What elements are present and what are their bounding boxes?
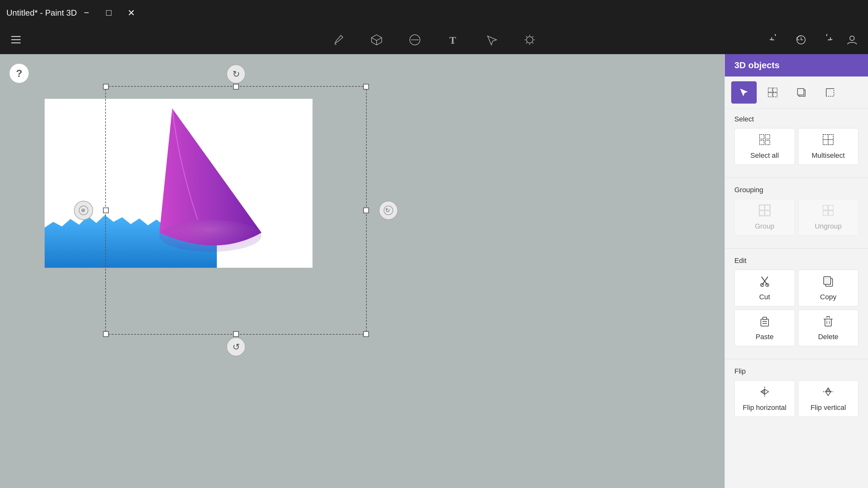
move-handle-left[interactable]: ⊕	[74, 201, 93, 220]
copy-icon	[822, 275, 835, 290]
svg-rect-24	[798, 89, 804, 95]
svg-rect-29	[765, 134, 770, 139]
svg-text:↻: ↻	[385, 207, 390, 214]
delete-button[interactable]: Delete	[798, 310, 859, 346]
svg-rect-19	[768, 88, 772, 92]
group-button[interactable]: Group	[734, 199, 795, 235]
text-tool[interactable]: T	[443, 30, 463, 50]
right-panel: 3D objects	[724, 54, 868, 488]
panel-crop-button[interactable]	[817, 81, 843, 104]
canvas-area[interactable]: ?	[0, 54, 724, 488]
flip-vertical-icon	[822, 385, 835, 401]
history-button[interactable]	[792, 30, 811, 50]
svg-rect-36	[765, 205, 770, 210]
copy-button[interactable]: Copy	[798, 270, 859, 306]
ungroup-label: Ungroup	[815, 222, 841, 230]
edit-section: Edit Cut	[725, 250, 868, 357]
group-icon	[758, 204, 771, 220]
3d-shapes-tool[interactable]	[367, 30, 386, 50]
titlebar-controls: − □ ✕	[77, 5, 141, 21]
handle-top-right[interactable]	[363, 84, 369, 90]
toolbar: T	[0, 26, 868, 54]
svg-rect-41	[829, 205, 833, 210]
panel-title: 3D objects	[734, 60, 780, 70]
handle-top-left[interactable]	[103, 84, 109, 90]
brushes-tool[interactable]	[329, 30, 348, 50]
svg-rect-30	[760, 140, 764, 145]
svg-rect-31	[765, 140, 770, 145]
svg-rect-22	[773, 93, 777, 97]
select-section: Select Select all	[725, 109, 868, 176]
multiselect-label: Multiselect	[811, 152, 845, 160]
handle-bottom-right[interactable]	[363, 331, 369, 337]
flip-horizontal-button[interactable]: Flip horizontal	[734, 380, 795, 417]
hamburger-line	[11, 42, 21, 43]
svg-rect-42	[823, 211, 828, 216]
maximize-button[interactable]: □	[99, 5, 118, 21]
minimize-button[interactable]: −	[77, 5, 96, 21]
svg-rect-50	[761, 319, 769, 326]
panel-header: 3D objects	[725, 54, 868, 76]
svg-rect-43	[829, 211, 833, 216]
titlebar: Untitled* - Paint 3D − □ ✕	[0, 0, 868, 26]
eraser-tool[interactable]	[405, 30, 425, 50]
move-handle-right[interactable]: ↻	[379, 201, 398, 220]
handle-top-center[interactable]	[233, 84, 239, 90]
handle-bottom-center[interactable]	[233, 331, 239, 337]
svg-rect-54	[825, 319, 831, 326]
panel-duplicate-button[interactable]	[788, 81, 814, 104]
paste-button[interactable]: Paste	[734, 310, 795, 346]
rotate-handle-bottom[interactable]: ↺	[226, 337, 246, 356]
handle-middle-right[interactable]	[363, 207, 369, 213]
svg-point-13	[850, 36, 854, 40]
select-actions: Select all Multiselect	[734, 128, 859, 165]
select-all-button[interactable]: Select all	[734, 128, 795, 165]
cut-icon	[758, 275, 771, 290]
grouping-section: Grouping Group	[725, 180, 868, 247]
svg-line-10	[532, 36, 533, 37]
edit-section-title: Edit	[734, 257, 859, 265]
copy-label: Copy	[820, 293, 836, 301]
svg-rect-38	[765, 211, 770, 216]
undo-button[interactable]	[766, 30, 785, 50]
redo-button[interactable]	[817, 30, 836, 50]
flip-vertical-button[interactable]: Flip vertical	[798, 380, 859, 417]
divider-2	[725, 248, 868, 249]
help-button[interactable]: ?	[9, 64, 29, 83]
svg-text:⊕: ⊕	[81, 207, 85, 213]
multiselect-button[interactable]: Multiselect	[798, 128, 859, 165]
panel-multiselect-button[interactable]	[760, 81, 785, 104]
flip-horizontal-icon	[758, 385, 771, 401]
svg-rect-25	[826, 89, 834, 96]
select-section-title: Select	[734, 115, 859, 123]
delete-icon	[822, 315, 835, 330]
main-area: ?	[0, 54, 868, 488]
rotate-handle-top[interactable]: ↻	[226, 64, 246, 84]
titlebar-title: Untitled* - Paint 3D	[6, 8, 77, 18]
flip-horizontal-label: Flip horizontal	[743, 403, 786, 412]
flip-section: Flip Flip horizontal	[725, 361, 868, 428]
ungroup-button[interactable]: Ungroup	[798, 199, 859, 235]
close-button[interactable]: ✕	[122, 5, 141, 21]
menu-area	[6, 30, 26, 50]
svg-line-9	[532, 42, 533, 43]
panel-select-button[interactable]	[731, 81, 757, 104]
divider-3	[725, 359, 868, 359]
handle-middle-left[interactable]	[103, 207, 109, 213]
group-label: Group	[755, 222, 774, 230]
svg-rect-20	[773, 88, 777, 92]
grouping-actions: Group Ungroup	[734, 199, 859, 235]
divider-1	[725, 177, 868, 178]
svg-rect-35	[760, 205, 764, 210]
handle-bottom-left[interactable]	[103, 331, 109, 337]
selection-box: ↻ ↺ ⊕ ↻	[105, 86, 367, 335]
ungroup-icon	[822, 204, 835, 220]
hamburger-button[interactable]	[6, 30, 26, 50]
toolbar-right	[766, 30, 862, 50]
effects-tool[interactable]	[520, 30, 539, 50]
cut-button[interactable]: Cut	[734, 270, 795, 306]
delete-label: Delete	[818, 333, 838, 341]
svg-line-8	[526, 36, 527, 37]
account-button[interactable]	[842, 30, 862, 50]
select-tool[interactable]	[482, 30, 501, 50]
